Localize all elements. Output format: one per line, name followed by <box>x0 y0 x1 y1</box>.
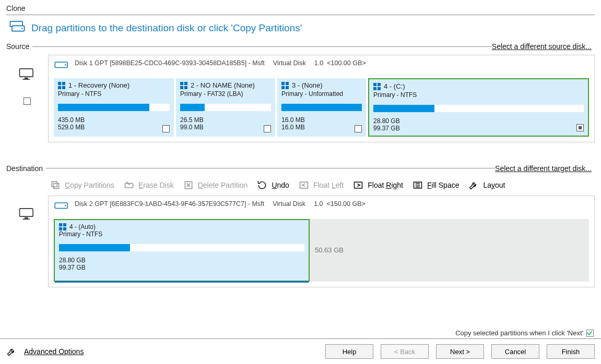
windows-icon <box>180 82 187 89</box>
svg-rect-4 <box>25 78 28 79</box>
partition-label: 4 - (C:) <box>384 82 405 90</box>
svg-rect-18 <box>281 86 285 89</box>
layout-wrench-icon <box>468 180 479 190</box>
svg-rect-20 <box>373 83 376 86</box>
partition-usage-bar <box>59 244 304 251</box>
delete-partition-button: Delete Partition <box>183 180 248 190</box>
svg-rect-10 <box>58 86 61 89</box>
source-disk-index: 1.0 <100.00 GB> <box>314 59 366 67</box>
svg-rect-17 <box>286 82 289 85</box>
svg-rect-16 <box>281 82 285 85</box>
partition-label: 4 - (Auto) <box>69 223 96 230</box>
disk-icon <box>54 59 69 73</box>
partition-type: Primary - NTFS <box>59 230 304 238</box>
dest-disk-name: Disk 2 GPT [6E883FC9-1ABD-4543-9F46-357E… <box>75 200 264 208</box>
float-left-icon <box>299 180 309 190</box>
windows-icon <box>58 82 65 89</box>
source-label: Source <box>6 42 29 51</box>
back-button: < Back <box>381 344 429 359</box>
destination-divider <box>46 168 495 168</box>
partition-label: 1 - Recovery (None) <box>68 81 129 89</box>
svg-rect-15 <box>184 86 187 89</box>
source-partition[interactable]: 3 - (None) Primary - Unformatted 16.0 MB… <box>277 78 366 137</box>
header-divider <box>6 15 595 15</box>
svg-rect-35 <box>355 182 362 188</box>
erase-icon <box>124 180 134 190</box>
svg-rect-44 <box>59 227 62 230</box>
help-button[interactable]: Help <box>325 344 373 359</box>
source-partitions: 1 - Recovery (None) Primary - NTFS 435.0… <box>54 78 589 137</box>
svg-rect-45 <box>63 227 66 230</box>
fill-space-button[interactable]: Fill Space <box>413 180 459 190</box>
delete-icon <box>183 180 194 190</box>
copy-icon <box>50 180 61 190</box>
svg-rect-22 <box>373 87 376 90</box>
source-partition-selected[interactable]: 4 - (C:) Primary - NTFS 28.80 GB 99.37 G… <box>368 78 589 137</box>
undo-icon <box>257 180 267 190</box>
partition-select-checkbox[interactable] <box>576 124 584 131</box>
float-right-button[interactable]: Float Right <box>353 180 403 190</box>
partition-sizes: 28.80 GB 99.37 GB <box>373 117 584 132</box>
copy-on-next-checkbox[interactable] <box>586 330 594 337</box>
source-partition[interactable]: 1 - Recovery (None) Primary - NTFS 435.0… <box>54 78 174 137</box>
select-source-disk-link[interactable]: Select a different source disk... <box>492 42 595 51</box>
partition-select-checkbox[interactable] <box>264 125 271 132</box>
svg-point-2 <box>21 28 22 29</box>
svg-rect-26 <box>23 219 30 220</box>
copy-partitions-button: Copy Partitions <box>50 180 114 190</box>
hint-text: Drag partitions to the destination disk … <box>31 22 302 34</box>
copy-on-next-label: Copy selected partitions when I click 'N… <box>455 329 583 337</box>
svg-rect-3 <box>20 69 33 77</box>
destination-free-space[interactable]: 50.63 GB <box>310 219 589 282</box>
svg-rect-13 <box>184 82 187 85</box>
partition-label: 3 - (None) <box>292 81 323 89</box>
partition-type: Primary - Unformatted <box>281 90 362 98</box>
select-target-disk-link[interactable]: Select a different target disk... <box>495 164 595 173</box>
partition-usage-bar <box>281 104 362 111</box>
destination-disk-panel: Disk 2 GPT [6E883FC9-1ABD-4543-9F46-357E… <box>48 196 595 287</box>
svg-rect-14 <box>180 86 183 89</box>
svg-rect-19 <box>286 86 289 89</box>
fill-space-icon <box>413 180 423 190</box>
svg-rect-23 <box>378 87 381 90</box>
source-disk-kind: Virtual Disk <box>273 59 306 67</box>
wrench-icon <box>6 346 17 357</box>
partition-label: 2 - NO NAME (None) <box>191 81 255 89</box>
svg-rect-12 <box>180 82 183 85</box>
dest-disk-kind: Virtual Disk <box>273 200 305 208</box>
partition-sizes: 16.0 MB 16.0 MB <box>281 116 362 131</box>
monitor-icon <box>18 207 36 221</box>
partition-usage-bar <box>373 105 584 112</box>
layout-button[interactable]: Layout <box>468 180 505 190</box>
svg-rect-27 <box>52 181 57 187</box>
svg-point-41 <box>65 205 66 206</box>
partition-select-checkbox[interactable] <box>162 125 170 132</box>
finish-button[interactable]: Finish <box>547 344 595 359</box>
cancel-button[interactable]: Cancel <box>491 344 539 359</box>
source-partition[interactable]: 2 - NO NAME (None) Primary - FAT32 (LBA)… <box>176 78 275 137</box>
next-button[interactable]: Next > <box>436 344 484 359</box>
source-disk-select-checkbox[interactable] <box>23 98 31 105</box>
source-divider <box>32 46 491 47</box>
svg-rect-8 <box>58 82 61 85</box>
partition-select-checkbox[interactable] <box>355 125 362 132</box>
svg-rect-11 <box>62 86 65 89</box>
svg-rect-24 <box>20 209 33 216</box>
svg-rect-5 <box>23 79 30 80</box>
svg-rect-42 <box>59 223 62 226</box>
svg-rect-25 <box>25 217 28 219</box>
destination-toolbar: Copy Partitions Erase Disk Delete Partit… <box>48 177 595 196</box>
destination-partition[interactable]: 4 - (Auto) Primary - NTFS 28.80 GB 99.37… <box>54 219 310 282</box>
partition-sizes: 26.5 MB 99.0 MB <box>180 116 271 131</box>
partition-type: Primary - FAT32 (LBA) <box>180 90 271 98</box>
footer: Advanced Options Help < Back Next > Canc… <box>0 338 601 364</box>
partition-usage-bar <box>58 104 170 111</box>
svg-rect-21 <box>378 83 381 86</box>
partition-sizes: 435.0 MB 529.0 MB <box>58 116 170 131</box>
svg-rect-43 <box>63 223 66 226</box>
partition-type: Primary - NTFS <box>373 91 584 99</box>
advanced-options-link[interactable]: Advanced Options <box>24 347 84 356</box>
source-disk-name: Disk 1 GPT [5898BE25-CDC0-469C-9393-3045… <box>75 59 265 67</box>
svg-rect-34 <box>300 182 308 188</box>
undo-button[interactable]: Undo <box>257 180 289 190</box>
